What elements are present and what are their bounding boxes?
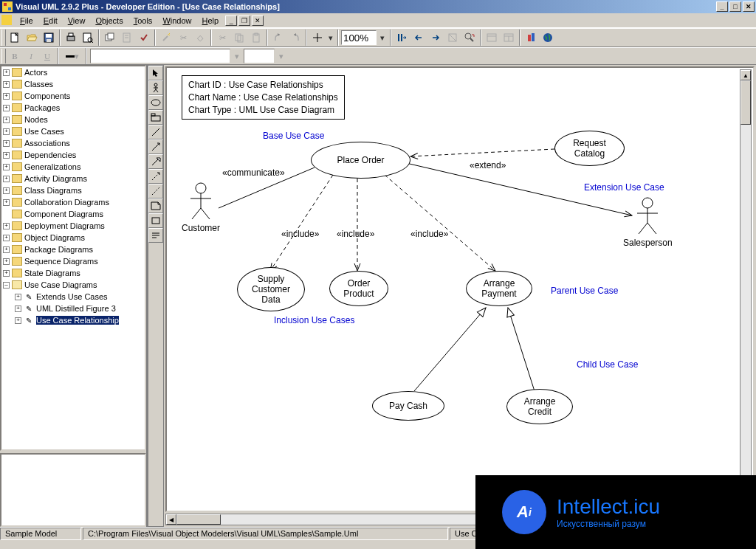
menu-view[interactable]: View <box>63 15 91 27</box>
tree-node[interactable]: +Object Diagrams <box>1 232 145 244</box>
tool-generalization[interactable] <box>148 154 163 169</box>
actor-customer[interactable]: Customer <box>182 182 220 233</box>
model-tree[interactable]: +Actors +Classes +Components +Packages +… <box>0 65 146 451</box>
check-button[interactable] <box>136 30 152 46</box>
window2-button[interactable] <box>501 30 517 46</box>
tool-note[interactable] <box>148 198 163 213</box>
expand-icon[interactable]: + <box>3 105 10 111</box>
save-button[interactable] <box>41 30 57 46</box>
tree-node[interactable]: +Associations <box>1 137 145 149</box>
zoom-input[interactable] <box>341 30 377 45</box>
expand-icon[interactable]: + <box>3 246 10 253</box>
tree-node[interactable]: +Use Cases <box>1 125 145 137</box>
expand-icon[interactable]: + <box>3 187 10 194</box>
expand-icon[interactable]: + <box>3 140 10 147</box>
cut-button[interactable]: ✂ <box>214 30 230 46</box>
menu-window[interactable]: Window <box>157 15 196 27</box>
find-button[interactable] <box>444 30 461 46</box>
tree-node[interactable]: Component Diagrams <box>1 208 145 220</box>
actor-salesperson[interactable]: Salesperson <box>623 197 673 248</box>
copy-button[interactable] <box>231 30 247 46</box>
undo-button[interactable] <box>270 30 286 46</box>
minimize-button[interactable]: _ <box>716 1 728 12</box>
window1-button[interactable] <box>484 30 500 46</box>
expand-icon[interactable]: + <box>3 199 10 206</box>
toolbar-grip[interactable] <box>1 30 6 46</box>
tree-node-usecase-diagrams[interactable]: –Use Case Diagrams <box>1 279 145 291</box>
zoom-dropdown[interactable]: ▾ <box>377 30 388 46</box>
tool-package[interactable] <box>148 110 163 125</box>
menu-edit[interactable]: Edit <box>38 15 63 27</box>
expand-icon[interactable]: + <box>3 164 10 170</box>
tool-text[interactable] <box>148 228 163 243</box>
tree-node[interactable]: +Nodes <box>1 114 145 125</box>
tree-node[interactable]: +Packages <box>1 102 145 114</box>
crosshair-button[interactable] <box>309 30 326 46</box>
expand-icon[interactable]: + <box>15 305 21 312</box>
tool-association[interactable] <box>148 125 163 139</box>
collapse-icon[interactable]: – <box>3 282 10 289</box>
usecase-arrange-payment[interactable]: Arrange Payment <box>466 271 532 306</box>
find-next-button[interactable] <box>461 30 478 46</box>
print-preview-button[interactable] <box>80 30 96 46</box>
menu-tools[interactable]: Tools <box>128 15 158 27</box>
square-button[interactable]: ◇ <box>192 30 208 46</box>
slides-button[interactable] <box>102 30 118 46</box>
globe-button[interactable] <box>540 30 556 46</box>
bold-button[interactable]: B <box>7 49 22 63</box>
doc-sys-icon[interactable] <box>1 15 13 27</box>
redo-button[interactable] <box>287 30 303 46</box>
menu-file[interactable]: File <box>15 15 38 27</box>
tree-node[interactable]: +Actors <box>1 66 145 78</box>
tree-node[interactable]: +✎Extends Use Cases <box>1 291 145 303</box>
wizard-button[interactable] <box>158 30 174 46</box>
fontsize-combo[interactable] <box>244 49 275 63</box>
tree-node[interactable]: +State Diagrams <box>1 267 145 279</box>
nav-right-button[interactable] <box>427 30 444 46</box>
tree-node[interactable]: +Dependencies <box>1 149 145 161</box>
vertical-scrollbar[interactable]: ▲ ▼ <box>740 69 752 496</box>
tree-node[interactable]: +Deployment Diagrams <box>1 220 145 232</box>
nav-bars-button[interactable] <box>394 30 410 46</box>
expand-icon[interactable]: + <box>3 176 10 182</box>
tool-usecase[interactable] <box>148 95 163 110</box>
usecase-arrange-credit[interactable]: Arrange Credit <box>506 389 573 424</box>
fmtbar-grip[interactable] <box>1 49 6 63</box>
open-button[interactable] <box>24 30 40 46</box>
mdi-restore-button[interactable]: ❐ <box>238 15 250 26</box>
tree-node[interactable]: +Generalizations <box>1 161 145 173</box>
scroll-track[interactable] <box>740 125 751 485</box>
usecase-pay-cash[interactable]: Pay Cash <box>372 391 444 421</box>
maximize-button[interactable]: □ <box>729 1 741 12</box>
new-button[interactable] <box>7 30 23 46</box>
usecase-place-order[interactable]: Place Order <box>311 142 410 179</box>
expand-icon[interactable]: + <box>15 317 21 324</box>
underline-button[interactable]: U <box>40 49 55 63</box>
font-dropdown[interactable]: ▾ <box>232 49 242 63</box>
tree-node[interactable]: +Sequence Diagrams <box>1 255 145 267</box>
tool-actor[interactable] <box>148 80 163 95</box>
expand-icon[interactable]: + <box>3 93 10 100</box>
expand-icon[interactable]: + <box>3 69 10 76</box>
tool-rect[interactable] <box>148 213 163 228</box>
paste-button[interactable] <box>248 30 264 46</box>
tool-line-dashed[interactable] <box>148 169 163 184</box>
font-combo[interactable] <box>90 49 230 63</box>
expand-icon[interactable]: + <box>3 223 10 229</box>
expand-icon[interactable]: + <box>3 81 10 88</box>
tool-pointer[interactable] <box>148 66 163 80</box>
menu-objects[interactable]: Objects <box>90 15 128 27</box>
menu-help[interactable]: Help <box>197 15 224 27</box>
scroll-thumb[interactable] <box>176 514 221 525</box>
chart-info-box[interactable]: Chart ID : Use Case Relationships Chart … <box>182 75 345 120</box>
fontsize-dropdown[interactable]: ▾ <box>276 49 286 63</box>
nav-left-button[interactable] <box>410 30 427 46</box>
tree-node[interactable]: +Class Diagrams <box>1 184 145 196</box>
reports-button[interactable] <box>119 30 135 46</box>
scroll-left-button[interactable]: ◀ <box>166 514 176 525</box>
tree-node[interactable]: +Components <box>1 90 145 102</box>
scroll-thumb[interactable] <box>740 80 751 125</box>
expand-icon[interactable]: + <box>15 294 21 300</box>
mdi-minimize-button[interactable]: _ <box>225 15 237 26</box>
tool-dependency[interactable] <box>148 139 163 154</box>
